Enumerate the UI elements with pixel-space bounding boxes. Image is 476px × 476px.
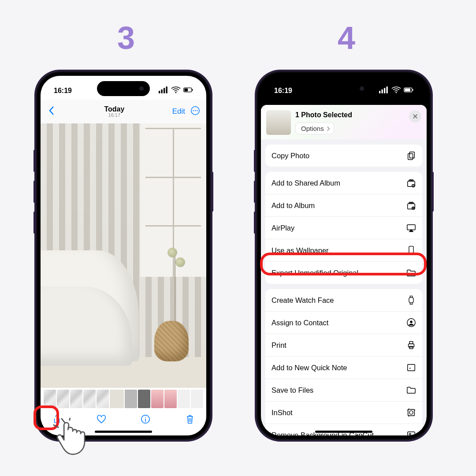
image-icon [406,430,416,435]
svg-rect-26 [405,89,410,91]
info-button[interactable] [141,414,150,426]
cellular-icon [159,85,168,97]
share-sheet-header: 1 Photo Selected Options [261,105,427,139]
home-indicator[interactable] [315,431,372,433]
svg-point-24 [396,92,397,93]
album-icon [406,201,416,210]
thumb[interactable] [57,390,69,408]
action-export-unmodified-original[interactable]: Export Unmodified Original [265,261,422,284]
svg-point-53 [409,433,411,435]
watch-icon [406,295,416,305]
action-create-watch-face[interactable]: Create Watch Face [265,289,422,311]
photo-viewport[interactable] [41,123,206,388]
action-add-to-shared-album[interactable]: Add to Shared Album [265,172,422,194]
thumb[interactable] [125,390,137,408]
share-thumbnail [266,110,291,135]
svg-rect-0 [159,91,160,93]
cellular-icon [379,85,389,97]
action-remove-background-in-capcut[interactable]: Remove Background in CapCut [265,424,422,435]
thumb[interactable] [178,390,190,408]
action-label: Add to Shared Album [271,179,340,187]
thumb-selected[interactable] [110,390,124,408]
thumb[interactable] [44,390,56,408]
note-icon [406,363,416,372]
thumb[interactable] [151,390,164,408]
close-button[interactable] [409,110,421,123]
nav-title: Today 16:17 [56,105,172,118]
nav-bar: Today 16:17 Edit [41,100,206,123]
action-use-as-wallpaper[interactable]: Use as Wallpaper [265,239,422,261]
svg-rect-48 [409,346,413,349]
svg-point-4 [175,92,177,93]
action-label: Use as Wallpaper [271,246,329,255]
thumb[interactable] [164,390,177,408]
action-label: InShot [271,409,293,417]
svg-line-19 [70,418,71,420]
step-number-3: 3 [117,20,135,56]
battery-icon [404,85,413,97]
favorite-button[interactable] [97,414,106,426]
svg-marker-40 [409,229,414,232]
back-button[interactable] [47,106,56,117]
svg-rect-22 [384,88,385,93]
folder-icon [406,268,416,278]
status-time: 16:19 [274,87,292,95]
svg-point-51 [409,411,413,414]
battery-icon [183,85,193,97]
svg-rect-6 [184,89,188,91]
action-label: AirPlay [271,224,294,232]
action-copy-photo[interactable]: Copy Photo [265,145,422,167]
nav-subtitle-text: 16:17 [56,112,172,118]
print-icon [406,340,416,350]
edit-button[interactable]: Edit [172,107,185,116]
thumb[interactable] [70,390,82,408]
share-sheet: 1 Photo Selected Options Copy PhotoAdd t… [261,105,427,435]
action-save-to-files[interactable]: Save to Files [265,379,422,401]
svg-rect-31 [408,153,413,160]
thumb[interactable] [191,390,203,408]
more-button[interactable] [190,106,200,117]
action-print[interactable]: Print [265,334,422,356]
svg-rect-30 [409,152,414,158]
photo-basket [154,321,189,361]
contact-icon [406,318,416,327]
thumb[interactable] [97,390,109,408]
action-add-to-album[interactable]: Add to Album [265,194,422,216]
action-add-to-new-quick-note[interactable]: Add to New Quick Note [265,356,422,379]
home-indicator[interactable] [95,431,152,433]
action-airplay[interactable]: AirPlay [265,216,422,239]
shared-album-icon [406,178,416,188]
thumb[interactable] [83,390,96,408]
tap-cursor-icon [53,418,93,457]
action-label: Assign to Contact [271,319,328,327]
svg-point-9 [193,110,193,111]
folder-icon [406,385,416,395]
thumbnail-strip[interactable] [41,389,206,409]
phone-icon [406,245,416,255]
action-assign-to-contact[interactable]: Assign to Contact [265,311,422,334]
svg-rect-2 [164,88,165,93]
svg-point-11 [197,110,197,111]
svg-rect-7 [192,89,193,91]
action-group: Create Watch FaceAssign to ContactPrintA… [265,289,422,435]
action-label: Print [271,341,286,350]
svg-rect-41 [409,246,413,255]
share-sheet-wrap: 1 Photo Selected Options Copy PhotoAdd t… [261,76,427,435]
thumb[interactable] [138,390,150,408]
copy-icon [406,151,416,160]
action-inshot[interactable]: InShot [265,401,422,424]
action-label: Copy Photo [271,152,309,160]
options-button[interactable]: Options [295,123,334,134]
step-number-4: 4 [338,20,355,56]
action-label: Add to Album [271,201,315,210]
wifi-icon [391,85,401,97]
phone-frame-3: 16:19 Today 16:17 Ed [35,71,212,441]
trash-button[interactable] [185,414,195,426]
svg-rect-52 [408,432,415,435]
svg-point-10 [195,110,196,111]
svg-rect-50 [408,409,415,416]
svg-rect-46 [409,344,414,347]
svg-point-45 [410,320,413,323]
screen-3: 16:19 Today 16:17 Ed [41,76,206,435]
svg-line-17 [62,419,65,423]
